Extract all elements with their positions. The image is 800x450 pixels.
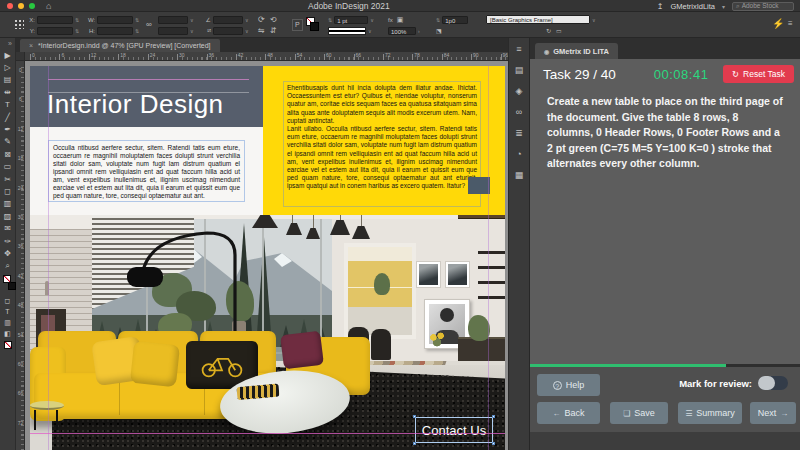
task-header: Task 29 / 40 00:08:41 ↻ Reset Task [530, 59, 800, 89]
next-button[interactable]: Next → [750, 402, 796, 424]
ruler-origin[interactable] [16, 52, 25, 61]
eyedropper-tool-icon[interactable]: ✑ [0, 235, 15, 247]
minimize-window-button[interactable] [18, 3, 24, 9]
scale-y-field[interactable] [158, 27, 188, 35]
scale-x-field[interactable] [158, 16, 188, 24]
hand-tool-icon[interactable]: ✥ [0, 247, 15, 259]
direct-selection-tool-icon[interactable]: ▷ [0, 61, 15, 73]
style-override-icon[interactable]: ↻ [546, 26, 551, 36]
left-text-frame[interactable]: Occulla ntibusd aerfere sectur, sitem. R… [48, 140, 245, 202]
page-spread[interactable]: Interior Design Ehentibusapis dunt hil i… [30, 66, 505, 450]
document-tab[interactable]: × *InteriorDesign.indd @ 47% [GPU Previe… [20, 39, 220, 52]
pages-panel-icon[interactable]: ▤ [509, 59, 529, 80]
search-input[interactable]: ⌕ Adobe Stock [732, 2, 794, 11]
gradient-feather-tool-icon[interactable]: ▨ [0, 210, 15, 222]
yellow-text-block[interactable]: Ehentibusapis dunt hil incia dolupta dem… [263, 66, 505, 215]
opacity-field[interactable]: 100% [388, 27, 416, 35]
document-canvas[interactable]: Interior Design Ehentibusapis dunt hil i… [25, 61, 508, 450]
contact-us-text-frame[interactable]: Contact Us [415, 417, 493, 443]
type-tool-icon[interactable]: T [0, 99, 15, 111]
constrain-proportions-icon[interactable]: ∞ [146, 20, 152, 30]
page-tool-icon[interactable]: ▤ [0, 74, 15, 86]
reset-task-button[interactable]: ↻ Reset Task [723, 65, 794, 83]
photo-yellow-pillow [130, 341, 180, 388]
rectangle-tool-icon[interactable]: ▭ [0, 161, 15, 173]
share-icon[interactable]: ↥ [657, 2, 664, 11]
layers-panel-icon[interactable]: ◈ [509, 80, 529, 101]
gpu-performance-icon[interactable]: ⚡ [772, 18, 784, 29]
corner-radius-field[interactable]: 1p0 [442, 16, 468, 24]
gap-tool-icon[interactable]: ⇹ [0, 86, 15, 98]
headline-block[interactable]: Interior Design [30, 66, 263, 127]
formatting-affects-container-icon[interactable]: ◻ [0, 295, 15, 306]
ruler-label: 30 [16, 214, 25, 243]
save-button[interactable]: ❏ Save [610, 402, 668, 424]
screen-mode-icon[interactable]: ◧ [0, 328, 15, 339]
yellow-text-frame[interactable]: Ehentibusapis dunt hil incia dolupta dem… [283, 81, 481, 207]
rectangle-frame-tool-icon[interactable]: ⊠ [0, 148, 15, 160]
home-icon[interactable]: ⌂ [46, 0, 51, 12]
y-field[interactable] [37, 27, 73, 35]
collapse-toolbar-icon[interactable]: » [0, 38, 15, 49]
zoom-tool-icon[interactable]: ⌕ [0, 260, 15, 272]
back-button[interactable]: ← Back [537, 402, 600, 424]
width-field[interactable] [97, 16, 133, 24]
reset-icon: ↻ [732, 69, 739, 79]
summary-button[interactable]: ☰ Summary [678, 402, 742, 424]
rotate-cw-icon[interactable]: ⟳ [258, 15, 265, 25]
stroke-weight-field[interactable]: 1 pt [334, 16, 368, 24]
line-tool-icon[interactable]: ╱ [0, 111, 15, 123]
workspace-switcher[interactable]: GMetrixIdLita [670, 2, 715, 11]
preview-mode-icon[interactable]: ▥ [0, 317, 15, 328]
effects-icon[interactable]: fx [388, 15, 393, 25]
horizontal-ruler[interactable]: 06121824303642485460667278849096 [16, 52, 508, 61]
links-panel-icon[interactable]: ∞ [509, 101, 529, 122]
gradient-tool-icon[interactable]: ▥ [0, 198, 15, 210]
close-window-button[interactable] [7, 3, 13, 9]
living-room-photo[interactable]: Contact Us [30, 215, 505, 450]
corner-options-icon[interactable]: ⬔ [436, 26, 442, 36]
gray-square-graphic[interactable] [468, 177, 490, 194]
clear-overrides-icon[interactable]: ▭ [556, 26, 562, 36]
rotate-ccw-icon[interactable]: ⟲ [270, 15, 277, 25]
stroke-swatch[interactable] [8, 282, 16, 290]
photo-kitchen-alcove [344, 243, 416, 339]
apply-none-swatch[interactable] [4, 341, 12, 349]
zoom-window-button[interactable] [29, 3, 35, 9]
gmetrix-tab[interactable]: ◉ GMetrix ID LITA [535, 43, 618, 59]
shear-angle-field[interactable] [213, 27, 243, 35]
stroke-panel-icon[interactable]: ≣ [509, 122, 529, 143]
ruler-label: 48 [265, 52, 294, 58]
vertical-ruler[interactable]: 061218243036424854606672 [16, 61, 25, 450]
panel-menu-icon[interactable]: ≡ [509, 38, 529, 59]
close-document-icon[interactable]: × [29, 42, 33, 49]
help-icon: ? [553, 381, 562, 390]
panel-menu-icon[interactable]: ≡ [788, 19, 793, 29]
color-panel-icon[interactable]: ◔ [509, 143, 529, 164]
pen-tool-icon[interactable]: ✒ [0, 123, 15, 135]
rotation-angle-field[interactable] [213, 16, 243, 24]
body-paragraph: Ehentibusapis dunt hil incia dolupta dem… [287, 84, 477, 125]
select-container-button[interactable]: P [292, 19, 303, 31]
formatting-affects-text-icon[interactable]: T [0, 306, 15, 317]
control-panel: X:⇅ Y:⇅ W:⇅ H:⇅ ∞ ∨ ∨ ∠∨ ⧄∨ ⟳⟲ ⇋⇵ P ⇅1 p… [0, 12, 800, 38]
help-button[interactable]: ? Help [537, 374, 600, 396]
note-tool-icon[interactable]: ✉ [0, 222, 15, 234]
height-field[interactable] [97, 27, 133, 35]
fill-color-swatch[interactable] [310, 22, 319, 31]
x-field[interactable] [37, 16, 73, 24]
swatches-panel-icon[interactable]: ▦ [509, 164, 529, 185]
object-style-select[interactable]: [Basic Graphics Frame] [486, 15, 590, 24]
stroke-style-select[interactable] [328, 27, 366, 35]
free-transform-tool-icon[interactable]: ◻ [0, 185, 15, 197]
selection-tool-icon[interactable]: ▶ [0, 49, 15, 61]
fill-none-swatch[interactable] [3, 275, 11, 283]
mark-for-review-toggle[interactable] [758, 376, 788, 390]
scissors-tool-icon[interactable]: ✂ [0, 173, 15, 185]
fill-stroke-swatches[interactable] [2, 274, 15, 294]
reference-point-proxy[interactable] [14, 19, 24, 29]
flip-vertical-icon[interactable]: ⇵ [270, 26, 277, 36]
drop-shadow-icon[interactable]: ▣ [397, 15, 404, 25]
pencil-tool-icon[interactable]: ✎ [0, 136, 15, 148]
flip-horizontal-icon[interactable]: ⇋ [258, 26, 265, 36]
